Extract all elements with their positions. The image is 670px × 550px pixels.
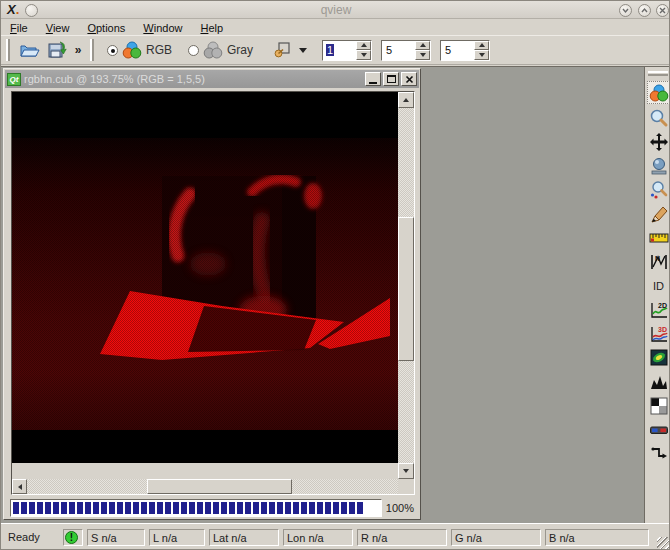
- maximize-icon: [387, 75, 396, 83]
- vscroll-up-button[interactable]: [398, 92, 414, 108]
- window-titlebar: X. qview: [1, 1, 670, 19]
- triangle-left-icon: [18, 484, 22, 490]
- histogram-icon: [649, 372, 669, 392]
- menu-file[interactable]: File: [1, 22, 37, 34]
- menu-help[interactable]: Help: [191, 22, 232, 34]
- red-band-spinbox[interactable]: 1: [322, 40, 372, 61]
- stereo-glasses-icon: [649, 420, 669, 440]
- qt-icon: Qt: [7, 73, 21, 86]
- green-value-panel: G n/a: [451, 529, 541, 546]
- blue-band-up-button[interactable]: [474, 41, 489, 51]
- pan-tool-button[interactable]: [647, 130, 670, 153]
- triangle-down-icon: [420, 53, 426, 57]
- alert-panel[interactable]: !: [63, 529, 83, 546]
- black-white-quadrants-icon: [650, 397, 668, 415]
- ruler-icon: [649, 228, 669, 248]
- progress-row: 100%: [10, 499, 414, 517]
- pan-arrows-icon: [649, 132, 669, 152]
- viewport-title: rgbhn.cub @ 193.75% (RGB = 1,5,5): [24, 73, 363, 85]
- track-tool-button[interactable]: [647, 442, 670, 465]
- find-tool-button[interactable]: [647, 178, 670, 201]
- menu-window[interactable]: Window: [134, 22, 191, 34]
- vertical-scrollbar[interactable]: [398, 92, 414, 479]
- gray-radio[interactable]: [188, 45, 199, 56]
- histogram-tool-button[interactable]: [647, 370, 670, 393]
- menubar: File View Options Window Help: [1, 20, 670, 35]
- advanced-stretch-tool-button[interactable]: [647, 394, 670, 417]
- pencil-icon: [649, 204, 669, 224]
- sun-shadow-tool-button[interactable]: N: [647, 250, 670, 273]
- red-band-down-button[interactable]: [356, 50, 371, 60]
- chevron-up-icon: [640, 6, 649, 15]
- blue-band-value[interactable]: 5: [444, 44, 452, 56]
- triangle-down-icon: [403, 469, 409, 473]
- stretch-tool-button[interactable]: [647, 154, 670, 177]
- mdi-workspace: Qt rgbhn.cub @ 193.75% (RGB = 1,5,5): [1, 66, 670, 523]
- toolbar-overflow-button[interactable]: »: [71, 39, 85, 61]
- blue-band-down-button[interactable]: [474, 50, 489, 60]
- blue-band-spinbox[interactable]: 5: [440, 40, 490, 61]
- progress-bar: [10, 499, 382, 517]
- close-icon: [405, 75, 414, 84]
- status-message: Ready: [8, 531, 40, 543]
- shadow-plot-icon: N: [649, 252, 669, 272]
- track-path-icon: [649, 444, 669, 464]
- plot3d-label: 3D: [658, 326, 667, 333]
- viewport-maximize-button[interactable]: [383, 72, 399, 86]
- edit-tool-button[interactable]: [647, 202, 670, 225]
- alert-icon: !: [65, 531, 78, 544]
- line-panel: L n/a: [149, 529, 205, 546]
- red-band-value[interactable]: 1: [326, 44, 334, 56]
- zoom-tool-button[interactable]: [647, 106, 670, 129]
- application-window: X. qview File View Options Window Help: [0, 0, 670, 550]
- red-band-up-button[interactable]: [356, 41, 371, 51]
- id-label: ID: [653, 280, 664, 292]
- plot-2d-icon: 2D: [649, 300, 669, 320]
- vscroll-down-button[interactable]: [398, 463, 414, 479]
- viewport-titlebar[interactable]: Qt rgbhn.cub @ 193.75% (RGB = 1,5,5): [5, 70, 419, 88]
- green-band-value[interactable]: 5: [385, 44, 393, 56]
- band-selection-tool-button[interactable]: [647, 81, 670, 104]
- scatter-plot-tool-button[interactable]: [647, 346, 670, 369]
- viewport-minimize-button[interactable]: [365, 72, 381, 86]
- save-disk-icon: [46, 40, 68, 60]
- close-button[interactable]: [656, 4, 669, 17]
- spectral-plot-tool-button[interactable]: 3D: [647, 322, 670, 345]
- green-band-down-button[interactable]: [415, 50, 430, 60]
- magnifier-icon: [649, 108, 669, 128]
- green-band-up-button[interactable]: [415, 41, 430, 51]
- triangle-down-icon: [479, 53, 485, 57]
- id-tool-button[interactable]: ID: [647, 274, 670, 297]
- stretch-sphere-icon: [649, 156, 669, 176]
- plot2d-label: 2D: [658, 302, 667, 309]
- viewport-close-button[interactable]: [401, 72, 417, 86]
- shade-button[interactable]: [619, 4, 632, 17]
- horizontal-scrollbar[interactable]: [12, 479, 414, 494]
- triangle-down-icon: [361, 53, 367, 57]
- vscroll-thumb[interactable]: [398, 217, 414, 361]
- resize-grip-icon[interactable]: [657, 537, 669, 549]
- band-link-dropdown-arrow-icon[interactable]: [299, 48, 307, 53]
- maximize-button[interactable]: [638, 4, 651, 17]
- open-button[interactable]: [16, 37, 42, 63]
- green-band-spinbox[interactable]: 5: [381, 40, 431, 61]
- export-button[interactable]: [44, 37, 70, 63]
- hscroll-left-button[interactable]: [12, 479, 27, 494]
- cube-image[interactable]: [12, 92, 398, 463]
- stereo-tool-button[interactable]: [647, 418, 670, 441]
- tool-toolbar: N ID 2D 3D: [644, 67, 670, 524]
- progress-percent: 100%: [382, 502, 414, 514]
- blue-value-panel: B n/a: [545, 529, 649, 546]
- measure-tool-button[interactable]: [647, 226, 670, 249]
- menu-options[interactable]: Options: [78, 22, 134, 34]
- spatial-plot-tool-button[interactable]: 2D: [647, 298, 670, 321]
- band-link-button[interactable]: [269, 37, 295, 63]
- hscroll-thumb[interactable]: [147, 479, 292, 494]
- rgb-radio[interactable]: [107, 45, 118, 56]
- toolbar-grip[interactable]: [90, 39, 94, 61]
- latitude-panel: Lat n/a: [209, 529, 279, 546]
- close-icon: [658, 6, 667, 15]
- toolbar-grip[interactable]: [648, 71, 668, 76]
- menu-view[interactable]: View: [37, 22, 79, 34]
- toolbar-grip[interactable]: [6, 39, 10, 61]
